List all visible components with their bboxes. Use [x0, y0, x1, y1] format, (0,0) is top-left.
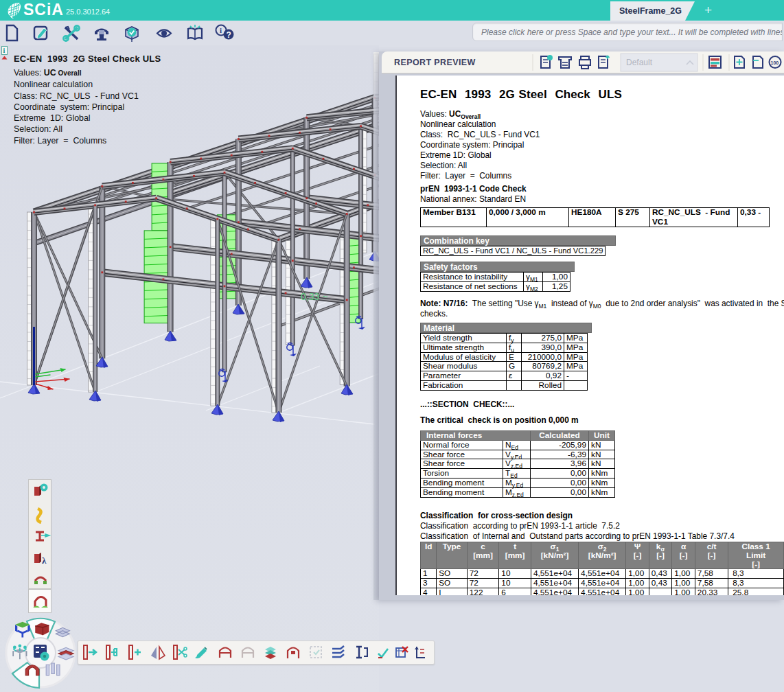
- svg-text:0,33 ~: 0,33 ~: [301, 291, 327, 302]
- svg-text:Default: Default: [626, 58, 653, 67]
- svg-text:i: i: [3, 47, 5, 54]
- svg-text:λ: λ: [42, 555, 47, 566]
- svg-text:?: ?: [227, 30, 231, 40]
- svg-text:100: 100: [771, 60, 779, 65]
- svg-text:i: i: [220, 26, 222, 34]
